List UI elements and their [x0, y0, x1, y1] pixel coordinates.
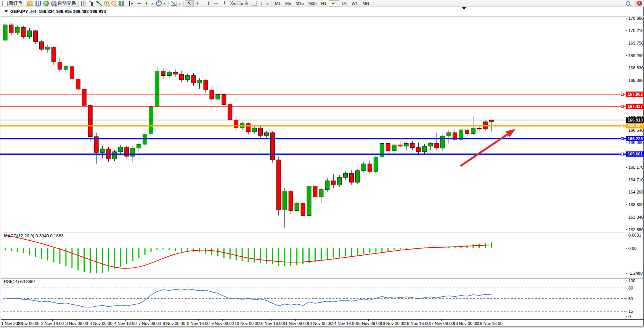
toolbar-separator — [271, 1, 271, 6]
candle-body — [356, 171, 360, 182]
timeframe-h4-button[interactable]: H4 — [329, 0, 339, 6]
trendline-button[interactable] — [220, 0, 228, 6]
timeframe-m30-button[interactable]: M30 — [306, 0, 319, 6]
candle-body — [9, 25, 13, 33]
text-button[interactable] — [243, 0, 251, 6]
auto-scroll-button[interactable] — [128, 0, 136, 6]
candle-body — [295, 203, 299, 210]
time-axis-label: 7 Nov 08:00 — [138, 321, 161, 326]
auto-trading-icon — [51, 1, 56, 6]
candle-body — [270, 133, 275, 160]
candle-body — [350, 173, 354, 182]
search-button[interactable] — [625, 0, 631, 6]
dropdown-arrow-icon: ▼ — [151, 2, 154, 5]
price-tag: 166.913 — [626, 117, 644, 123]
timeframe-h1-button[interactable]: H1 — [319, 0, 329, 6]
timeframe-mn-button[interactable]: MN — [360, 0, 371, 6]
candle-body — [15, 27, 19, 33]
time-axis-label: 18 Nov 00:00 — [453, 321, 478, 326]
text-icon — [244, 1, 249, 6]
axis-tick-label: 170.660 — [628, 16, 644, 21]
equidistant-channel-button[interactable] — [228, 0, 235, 6]
market-watch-button[interactable] — [34, 0, 42, 6]
chart-shift-button[interactable] — [136, 0, 143, 6]
axis-tick-label: 163.800 — [628, 202, 644, 207]
navigator-button[interactable] — [42, 0, 50, 6]
indicators-button[interactable]: ▼ — [143, 0, 155, 6]
symbol-dropdown-icon[interactable] — [5, 10, 8, 13]
line-handle[interactable] — [621, 153, 623, 155]
axis-tick-label: 168.380 — [628, 78, 644, 83]
candle-body — [216, 94, 220, 99]
vertical-line-button[interactable] — [204, 0, 212, 6]
axis-tick-label: 0.6631 — [628, 233, 641, 237]
axis-tick-label: 50 — [628, 296, 633, 301]
line-handle[interactable] — [621, 138, 623, 140]
chart-shift-marker[interactable] — [462, 7, 466, 10]
new-order-button[interactable]: 新订单 — [1, 0, 24, 6]
timeframe-m15-button[interactable]: M15 — [293, 0, 306, 6]
candle-body — [344, 173, 348, 178]
candle-body — [471, 128, 475, 133]
fibonacci-button[interactable] — [235, 0, 243, 6]
candle-body — [331, 181, 336, 185]
candle-body — [368, 164, 372, 171]
time-axis-label: 16 Nov 00:00 — [380, 321, 405, 326]
crosshair-button[interactable] — [194, 0, 202, 6]
candle-body — [416, 147, 421, 152]
candlestick-chart-button[interactable] — [87, 0, 95, 6]
zoom-in-icon: + — [104, 1, 109, 6]
periods-button[interactable]: ▼ — [155, 0, 167, 6]
chart-profiles-button[interactable] — [26, 0, 34, 6]
price-tag: 167.862 — [626, 91, 644, 97]
candle-body — [173, 72, 177, 74]
time-axis-label: 11 Nov 08:00 — [283, 321, 308, 326]
axis-tick-label: 164.260 — [628, 190, 644, 194]
time-axis-label: 4 Nov 16:00 — [114, 321, 137, 326]
trend-arrow-annotation[interactable] — [460, 129, 516, 166]
line-handle[interactable] — [621, 105, 623, 107]
symbol-label: GBPJPY-,H4 — [10, 9, 36, 14]
timeframe-w1-button[interactable]: W1 — [349, 0, 360, 6]
price-chart-canvas: 170.660170.210169.750169.290168.830168.3… — [0, 0, 644, 328]
trend-arrow-shaft[interactable] — [460, 133, 509, 166]
candle-body — [21, 27, 26, 37]
cursor-button[interactable] — [185, 0, 194, 6]
candle-body — [58, 62, 62, 69]
line-handle[interactable] — [621, 93, 623, 95]
candle-body — [88, 106, 92, 137]
time-axis-label: 15 Nov 08:00 — [356, 321, 381, 326]
candle-body — [477, 128, 481, 128]
horizontal-line-button[interactable] — [212, 0, 220, 6]
line-handle[interactable] — [621, 125, 623, 127]
timeframe-m5-button[interactable]: M5 — [283, 0, 293, 6]
bar-chart-button[interactable] — [80, 0, 87, 6]
candle-body — [252, 128, 257, 132]
zoom-in-button[interactable]: + — [103, 0, 110, 6]
dropdown-arrow-icon: ▼ — [178, 2, 181, 5]
channel-icon — [230, 1, 234, 5]
candle-body — [429, 143, 433, 146]
axis-tick-label: 168.830 — [628, 66, 644, 70]
candle-body — [222, 94, 226, 104]
price-tag: 166.699 — [626, 123, 644, 128]
templates-button[interactable]: ▼ — [170, 0, 182, 6]
time-axis-label: 10 Nov 16:00 — [259, 321, 284, 326]
timeframe-m1-button[interactable]: M1 — [273, 0, 283, 6]
line-chart-button[interactable] — [95, 0, 103, 6]
zoom-out-button[interactable]: - — [110, 0, 117, 6]
vertical-line-icon — [206, 1, 211, 6]
text-label-button[interactable] — [251, 0, 258, 6]
candle-body — [167, 72, 171, 75]
axis-tick-label: 163.340 — [628, 215, 644, 219]
dropdown-arrow-icon: ▼ — [266, 2, 269, 5]
auto-trading-button[interactable]: 自动交易 — [50, 0, 77, 6]
candle-body — [441, 136, 445, 148]
template-icon — [171, 1, 177, 6]
arrows-button[interactable]: ▼ — [258, 0, 270, 6]
notifications-button[interactable]: 1 — [634, 0, 641, 6]
tile-windows-button[interactable] — [117, 0, 125, 6]
timeframe-d1-button[interactable]: D1 — [339, 0, 349, 6]
time-axis-label: 14 Nov 00:00 — [307, 321, 332, 326]
profile-box-icon — [27, 2, 33, 6]
